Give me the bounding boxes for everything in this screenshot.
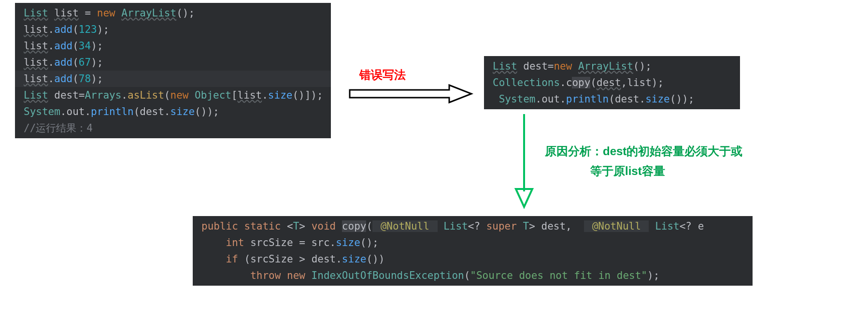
code-line: //运行结果：4: [15, 120, 331, 136]
code-line: if (srcSize > dest.size()): [193, 251, 753, 267]
error-label: 错误写法: [359, 67, 406, 83]
code-line: public static <T> void copy( @NotNull Li…: [193, 218, 753, 234]
code-block-left: List list = new ArrayList();list.add(123…: [15, 3, 331, 138]
code-line: Collections.copy(dest,list);: [484, 74, 740, 91]
code-line: throw new IndexOutOfBoundsException("Sou…: [193, 267, 753, 284]
reason-label-line1: 原因分析：dest的初始容量必须大于或: [545, 144, 742, 159]
arrow-right-icon: [348, 84, 473, 103]
code-block-bottom: public static <T> void copy( @NotNull Li…: [193, 216, 753, 286]
code-line: List list = new ArrayList();: [15, 5, 331, 21]
code-line: List dest=Arrays.asList(new Object[list.…: [15, 87, 331, 103]
svg-marker-0: [350, 85, 471, 102]
reason-label-line2: 等于原list容量: [590, 163, 665, 179]
code-line: List dest=new ArrayList();: [484, 58, 740, 74]
arrow-down-icon: [512, 114, 536, 208]
code-block-right: List dest=new ArrayList();Collections.co…: [484, 56, 740, 109]
code-line: list.add(34);: [15, 38, 331, 54]
svg-marker-2: [516, 189, 532, 207]
code-line: int srcSize = src.size();: [193, 234, 753, 251]
code-line: System.out.println(dest.size());: [15, 103, 331, 120]
code-line: list.add(67);: [15, 54, 331, 71]
code-line: list.add(78);: [15, 71, 331, 87]
code-line: System.out.println(dest.size());: [484, 91, 740, 107]
code-line: list.add(123);: [15, 21, 331, 38]
